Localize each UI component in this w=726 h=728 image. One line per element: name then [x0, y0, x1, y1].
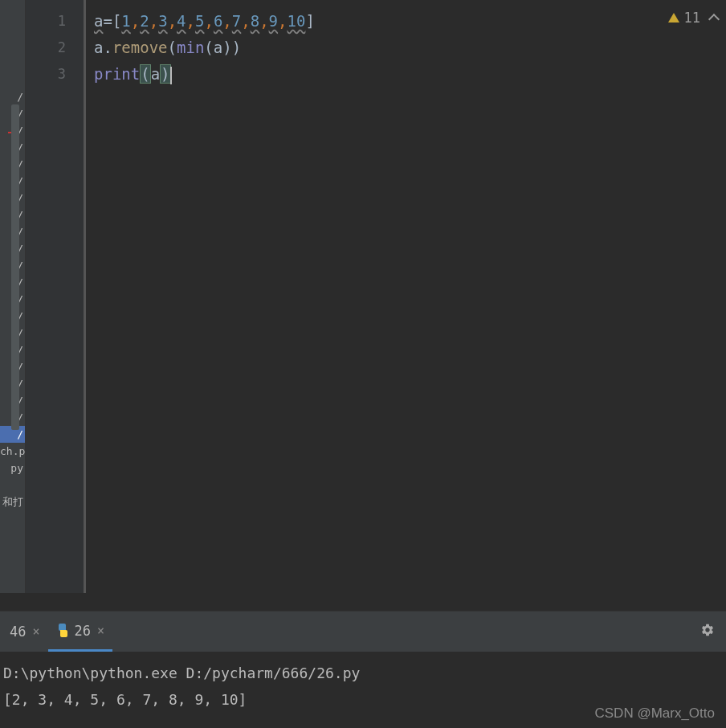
- run-tab-26[interactable]: 26 ×: [48, 611, 113, 652]
- code-line-1[interactable]: a=[1,2,3,4,5,6,7,8,9,10]: [94, 8, 726, 35]
- line-gutter[interactable]: 1 2 3: [26, 0, 84, 593]
- python-icon: [56, 624, 70, 637]
- scrollbar-thumb[interactable]: [11, 104, 19, 430]
- run-tab-46[interactable]: 46 ×: [2, 611, 48, 652]
- code-line-3[interactable]: print(a): [94, 61, 726, 88]
- code-editor[interactable]: a=[1,2,3,4,5,6,7,8,9,10] a.remove(min(a)…: [84, 0, 726, 593]
- file-tree-item[interactable]: [0, 476, 25, 493]
- warning-count: 11: [684, 10, 700, 26]
- console-command: D:\python\python.exe D:/pycharm/666/26.p…: [3, 660, 723, 686]
- line-number[interactable]: 3: [26, 61, 84, 88]
- tab-label: 26: [75, 623, 91, 639]
- watermark: CSDN @Marx_Otto: [594, 706, 715, 722]
- inspection-widget[interactable]: 11: [668, 10, 718, 26]
- warning-icon: [668, 13, 679, 22]
- close-icon[interactable]: ×: [97, 624, 104, 638]
- chevron-up-icon[interactable]: [708, 14, 720, 25]
- run-tab-bar: 46 × 26 ×: [0, 611, 726, 652]
- editor-container: /////////////////////ch.ppy和打 1 2 3 a=[1…: [0, 0, 726, 593]
- file-tree-item[interactable]: py: [0, 460, 25, 476]
- text-cursor: [170, 67, 172, 84]
- line-number[interactable]: 2: [26, 35, 84, 61]
- gear-icon[interactable]: [700, 623, 715, 637]
- file-tree-item[interactable]: /: [0, 88, 25, 105]
- editor-scrollbar[interactable]: [716, 32, 726, 593]
- file-tree[interactable]: /////////////////////ch.ppy和打: [0, 0, 26, 593]
- file-tree-item[interactable]: 和打: [0, 493, 25, 510]
- file-tree-item[interactable]: ch.p: [0, 443, 25, 460]
- tab-label: 46: [10, 624, 26, 640]
- code-line-2[interactable]: a.remove(min(a)): [94, 35, 726, 61]
- line-number[interactable]: 1: [26, 8, 84, 35]
- close-icon[interactable]: ×: [32, 624, 39, 639]
